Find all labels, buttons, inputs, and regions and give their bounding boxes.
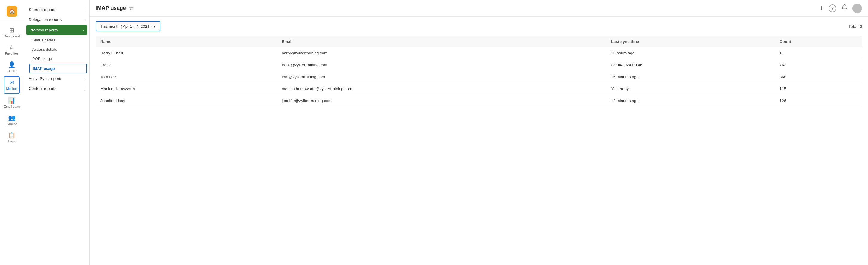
- cell-name-3: Monica Hemsworth: [96, 83, 277, 95]
- filter-bar: This month ( Apr 1 – 4, 2024 ) ▾ Total: …: [96, 22, 862, 31]
- table-header: Name Email Last sync time Count: [96, 36, 862, 47]
- sidebar-item-activesync-reports[interactable]: ActiveSync reports›: [24, 74, 89, 84]
- sidebar-label-pop-usage: POP usage: [32, 57, 52, 61]
- logs-icon: 📋: [8, 132, 16, 138]
- cell-last-sync-3: Yesterday: [606, 83, 775, 95]
- sidebar-item-status-details[interactable]: Status details: [24, 35, 89, 45]
- nav-label-favorites: Favorites: [5, 52, 19, 55]
- sidebar: Storage reports›Delegation reports›Proto…: [24, 0, 90, 265]
- sidebar-item-access-details[interactable]: Access details: [24, 45, 89, 54]
- nav-item-favorites[interactable]: ☆Favorites: [4, 41, 20, 58]
- app-logo: 🏠: [0, 3, 24, 21]
- table-row: Tom Lee tom@zylkertraining.com 16 minute…: [96, 71, 862, 83]
- sidebar-label-imap-usage: IMAP usage: [33, 66, 55, 71]
- nav-item-groups[interactable]: 👥Groups: [4, 112, 20, 129]
- content-area: This month ( Apr 1 – 4, 2024 ) ▾ Total: …: [90, 17, 868, 265]
- sidebar-item-storage-reports[interactable]: Storage reports›: [24, 5, 89, 14]
- header-left: IMAP usage ☆: [96, 5, 133, 11]
- nav-label-logs: Logs: [8, 139, 16, 143]
- cell-last-sync-0: 10 hours ago: [606, 47, 775, 59]
- cell-name-1: Frank: [96, 59, 277, 71]
- table-row: Jennifer Lissy jennifer@zylkertraining.c…: [96, 95, 862, 107]
- table-row: Frank frank@zylkertraining.com 03/04/202…: [96, 59, 862, 71]
- arrow-icon-delegation-reports: ›: [83, 18, 85, 22]
- groups-icon: 👥: [8, 115, 16, 121]
- arrow-icon-content-reports: ›: [83, 87, 85, 91]
- page-title: IMAP usage: [96, 5, 126, 11]
- table-row: Harry Gilbert harry@zylkertraining.com 1…: [96, 47, 862, 59]
- nav-item-email-stats[interactable]: 📊Email stats: [4, 95, 20, 111]
- header-right: ⬆ ?: [819, 4, 862, 13]
- nav-label-email-stats: Email stats: [4, 105, 20, 108]
- col-last-sync: Last sync time: [606, 36, 775, 47]
- upload-icon[interactable]: ⬆: [819, 5, 824, 12]
- sidebar-item-protocol-reports[interactable]: Protocol reports›: [26, 25, 87, 35]
- cell-count-3: 115: [775, 83, 862, 95]
- arrow-icon-storage-reports: ›: [83, 8, 85, 12]
- date-filter-label: This month ( Apr 1 – 4, 2024 ): [100, 24, 152, 29]
- cell-name-4: Jennifer Lissy: [96, 95, 277, 107]
- main-content: IMAP usage ☆ ⬆ ? This month ( Apr 1 – 4,…: [90, 0, 868, 265]
- mailbox-icon: ✉: [9, 80, 14, 86]
- cell-last-sync-4: 12 minutes ago: [606, 95, 775, 107]
- cell-count-2: 868: [775, 71, 862, 83]
- nav-item-users[interactable]: 👤Users: [4, 59, 20, 75]
- sidebar-label-content-reports: Content reports: [29, 86, 57, 91]
- sidebar-item-content-reports[interactable]: Content reports›: [24, 84, 89, 93]
- cell-email-3: monica.hemsworth@zylkertraining.com: [277, 83, 606, 95]
- cell-name-0: Harry Gilbert: [96, 47, 277, 59]
- nav-label-dashboard: Dashboard: [4, 34, 20, 38]
- arrow-icon-activesync-reports: ›: [83, 77, 85, 80]
- nav-label-users: Users: [7, 69, 16, 72]
- cell-count-0: 1: [775, 47, 862, 59]
- cell-last-sync-1: 03/04/2024 00:46: [606, 59, 775, 71]
- arrow-icon-protocol-reports: ›: [83, 28, 84, 32]
- favorite-star-icon[interactable]: ☆: [129, 5, 133, 11]
- nav-item-mailbox[interactable]: ✉Mailbox: [4, 76, 20, 94]
- cell-email-0: harry@zylkertraining.com: [277, 47, 606, 59]
- sidebar-label-protocol-reports: Protocol reports: [29, 28, 58, 32]
- dashboard-icon: ⊞: [9, 27, 14, 33]
- cell-email-2: tom@zylkertraining.com: [277, 71, 606, 83]
- col-count: Count: [775, 36, 862, 47]
- sidebar-label-delegation-reports: Delegation reports: [29, 17, 62, 22]
- sidebar-label-storage-reports: Storage reports: [29, 7, 57, 12]
- top-header: IMAP usage ☆ ⬆ ?: [90, 0, 868, 17]
- date-filter-button[interactable]: This month ( Apr 1 – 4, 2024 ) ▾: [96, 22, 160, 31]
- sidebar-label-access-details: Access details: [32, 47, 57, 52]
- nav-label-mailbox: Mailbox: [6, 87, 18, 91]
- cell-name-2: Tom Lee: [96, 71, 277, 83]
- imap-usage-table: Name Email Last sync time Count Harry Gi…: [96, 36, 862, 107]
- sidebar-label-activesync-reports: ActiveSync reports: [29, 76, 62, 81]
- email-stats-icon: 📊: [8, 98, 16, 104]
- sidebar-item-pop-usage[interactable]: POP usage: [24, 54, 89, 63]
- cell-count-4: 126: [775, 95, 862, 107]
- cell-email-4: jennifer@zylkertraining.com: [277, 95, 606, 107]
- favorites-icon: ☆: [9, 44, 14, 51]
- table-row: Monica Hemsworth monica.hemsworth@zylker…: [96, 83, 862, 95]
- nav-item-logs[interactable]: 📋Logs: [4, 129, 20, 146]
- logo-icon: 🏠: [7, 6, 17, 17]
- table-body: Harry Gilbert harry@zylkertraining.com 1…: [96, 47, 862, 107]
- cell-email-1: frank@zylkertraining.com: [277, 59, 606, 71]
- col-email: Email: [277, 36, 606, 47]
- cell-last-sync-2: 16 minutes ago: [606, 71, 775, 83]
- total-count: Total: 0: [848, 24, 862, 29]
- cell-count-1: 762: [775, 59, 862, 71]
- nav-item-dashboard[interactable]: ⊞Dashboard: [4, 24, 20, 41]
- col-name: Name: [96, 36, 277, 47]
- dropdown-icon: ▾: [154, 24, 156, 29]
- help-icon[interactable]: ?: [829, 4, 836, 12]
- icon-navigation: 🏠 ⊞Dashboard☆Favorites👤Users✉Mailbox📊Ema…: [0, 0, 24, 265]
- notifications-icon[interactable]: [841, 4, 848, 12]
- nav-label-groups: Groups: [6, 122, 17, 126]
- users-icon: 👤: [8, 62, 16, 68]
- avatar[interactable]: [852, 4, 862, 13]
- sidebar-label-status-details: Status details: [32, 38, 56, 42]
- sidebar-item-delegation-reports[interactable]: Delegation reports›: [24, 14, 89, 25]
- sidebar-item-imap-usage[interactable]: IMAP usage: [29, 64, 87, 73]
